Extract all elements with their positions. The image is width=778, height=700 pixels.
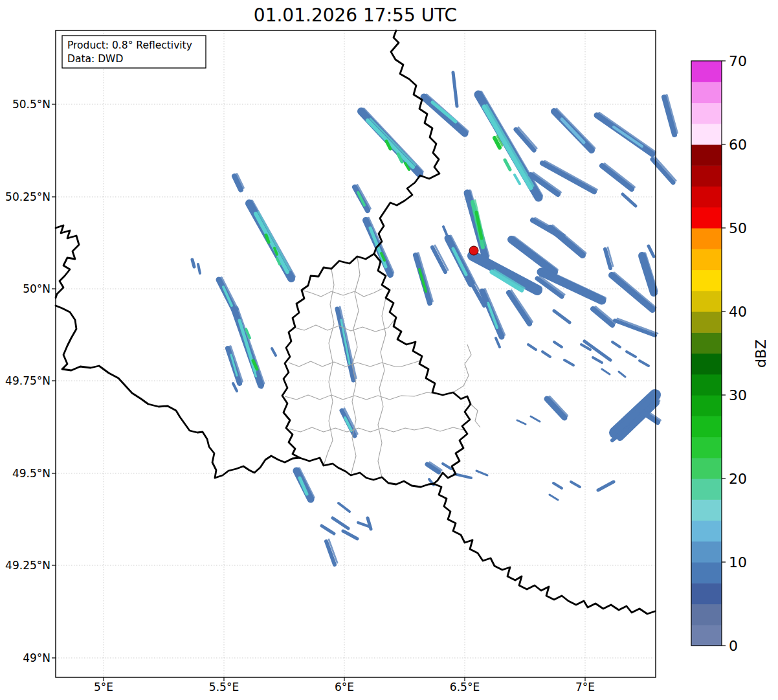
radar-echo [598, 482, 614, 490]
product-annotation-box: Product: 0.8° Reflectivity Data: DWD [62, 36, 206, 68]
colorbar-segment [691, 144, 722, 166]
radar-echo [453, 73, 457, 106]
colorbar-segment [691, 499, 722, 521]
colorbar-tick-label: 30 [729, 387, 747, 403]
radar-echo [424, 97, 465, 133]
colorbar-segment [691, 395, 722, 416]
colorbar-tick-label: 70 [729, 53, 747, 69]
colorbar-segment [691, 291, 722, 312]
xtick-label: 5.5°E [209, 681, 239, 694]
country-border-line [56, 306, 300, 478]
admin-borders [285, 256, 480, 477]
colorbar-segment [691, 207, 722, 229]
annotation-product-line: Product: 0.8° Reflectivity [67, 40, 192, 51]
radar-echo [593, 357, 602, 363]
admin-border-line [285, 392, 443, 400]
radar-echo [562, 119, 584, 142]
radar-echo [368, 120, 413, 167]
country-border-line [374, 30, 439, 254]
radar-site-marker [469, 246, 478, 255]
radar-echo [614, 127, 642, 146]
radar-echo [484, 107, 531, 188]
admin-border-line [302, 289, 382, 297]
admin-border-line [351, 256, 360, 475]
ytick-label: 50.25°N [5, 190, 50, 203]
colorbar-tick-label: 0 [729, 638, 738, 654]
colorbar-segment [691, 625, 722, 646]
radar-echo [550, 495, 558, 500]
radar-echo [505, 160, 510, 170]
colorbar-segment [691, 374, 722, 396]
colorbar-segment [691, 479, 722, 500]
radar-echo-texture [544, 270, 605, 299]
radar-echo [602, 166, 632, 189]
admin-border-line [453, 344, 471, 392]
colorbar-segment [691, 541, 722, 563]
radar-echo [639, 361, 649, 366]
radar-echo [593, 309, 612, 325]
radar-echo [333, 518, 348, 528]
annotation-data-line: Data: DWD [67, 53, 123, 65]
radar-echo-texture [557, 109, 594, 148]
admin-border-line [289, 360, 422, 367]
radar-echo [192, 260, 194, 267]
radar-echo [511, 240, 554, 272]
radar-echo [602, 369, 610, 374]
radar-echo [443, 227, 447, 234]
radar-map-figure: 01.01.2026 17:55 UTC Product: 0.8° Refle… [0, 0, 778, 700]
colorbar [691, 61, 726, 646]
xtick-label: 6.5°E [450, 681, 480, 694]
radar-echo [272, 348, 276, 356]
ytick-label: 50.5°N [12, 98, 50, 111]
radar-echo [619, 372, 625, 377]
radar-echo [612, 342, 620, 347]
radar-echo [476, 471, 487, 475]
radar-echo [584, 341, 610, 360]
radar-echo-texture [599, 113, 655, 152]
colorbar-tick-label: 50 [729, 220, 747, 236]
radar-echo-texture [340, 307, 356, 378]
admin-border-line [324, 269, 334, 466]
radar-echo-texture [511, 291, 532, 322]
radar-echo [472, 256, 537, 290]
radar-echo [531, 416, 540, 422]
colorbar-segment [691, 61, 722, 82]
colorbar-segment [691, 583, 722, 604]
admin-border-line [378, 298, 386, 477]
radar-echo [233, 383, 237, 391]
ytick-label: 49.25°N [5, 559, 50, 572]
radar-echo-texture [485, 289, 504, 335]
ytick-label: 49°N [23, 651, 50, 664]
colorbar-segment [691, 521, 722, 542]
colorbar-tick-label: 40 [729, 304, 747, 320]
radar-echo [343, 531, 357, 539]
radar-echo [256, 214, 287, 272]
colorbar-segment [691, 103, 722, 124]
radar-echo [553, 483, 562, 488]
country-border-line [374, 254, 471, 484]
map-canvas: 01.01.2026 17:55 UTC Product: 0.8° Refle… [0, 0, 778, 700]
colorbar-segment [691, 416, 722, 437]
ytick-label: 49.75°N [5, 374, 50, 387]
radar-echo [627, 352, 636, 357]
radar-echo-texture [487, 105, 533, 186]
radar-echo [443, 464, 451, 469]
radar-echo-texture [370, 119, 416, 165]
colorbar-segment [691, 562, 722, 583]
colorbar-segment [691, 186, 722, 208]
radar-echo [528, 344, 536, 350]
radar-echo-texture [605, 164, 634, 187]
xtick-label: 7°E [575, 681, 595, 694]
colorbar-segment [691, 332, 722, 354]
colorbar-segment [691, 165, 722, 186]
colorbar-tick-label: 10 [729, 554, 747, 570]
radar-echo [542, 352, 550, 357]
radar-echo [322, 526, 334, 534]
colorbar-unit-label: dBZ [753, 339, 769, 368]
ytick-label: 49.5°N [12, 467, 50, 480]
radar-echo [454, 474, 471, 478]
radar-echo [515, 175, 520, 184]
colorbar-segment [691, 82, 722, 103]
country-border-line [282, 254, 374, 458]
radar-echo [198, 264, 200, 273]
